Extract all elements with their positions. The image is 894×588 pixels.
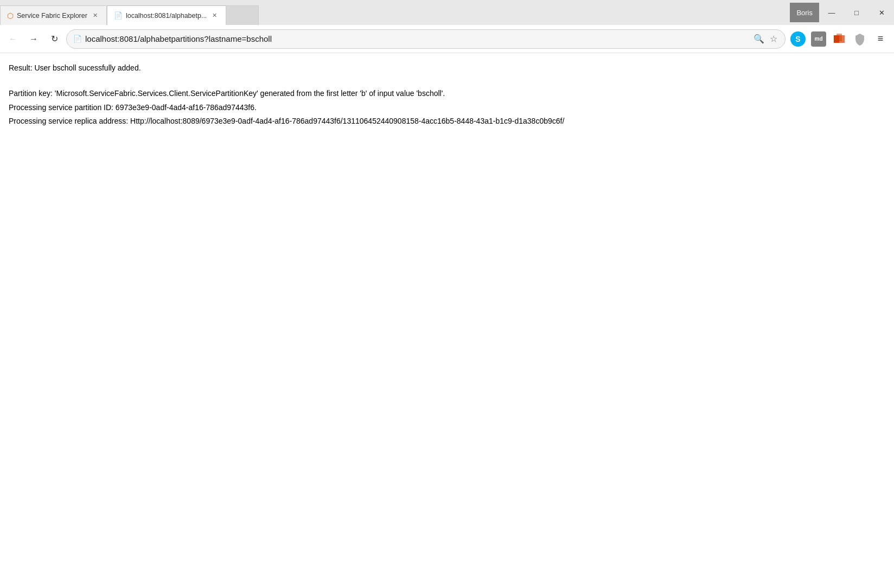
page-icon: 📄 (73, 35, 82, 43)
maximize-icon: □ (854, 9, 859, 17)
minimize-button[interactable]: — (819, 0, 844, 25)
forward-button[interactable]: → (25, 30, 42, 48)
info-lines: Partition key: 'Microsoft.ServiceFabric.… (9, 87, 885, 128)
menu-icon: ≡ (878, 33, 884, 44)
skype-icon: S (790, 31, 806, 47)
close-icon: ✕ (879, 9, 885, 17)
svg-rect-2 (836, 34, 842, 41)
tab-service-fabric[interactable]: ⬡ Service Fabric Explorer ✕ (0, 5, 107, 25)
toolbar-icons: S md ≡ (789, 30, 890, 48)
back-icon: ← (9, 34, 17, 44)
close-button[interactable]: ✕ (869, 0, 894, 25)
md-icon: md (811, 31, 826, 47)
minimize-icon: — (828, 9, 835, 17)
shield-button[interactable] (851, 30, 869, 48)
tab-localhost[interactable]: 📄 localhost:8081/alphabetp... ✕ (107, 5, 226, 25)
menu-button[interactable]: ≡ (871, 30, 890, 48)
address-bold: localhost:8081/alphabetpartitions?lastna… (85, 34, 272, 43)
skype-button[interactable]: S (789, 30, 807, 48)
back-button[interactable]: ← (4, 30, 22, 48)
refresh-button[interactable]: ↻ (46, 30, 63, 48)
address-text: localhost:8081/alphabetpartitions?lastna… (85, 34, 749, 43)
tab2-favicon-icon: 📄 (114, 11, 123, 20)
tab1-close-icon[interactable]: ✕ (91, 11, 100, 20)
forward-icon: → (29, 34, 38, 44)
tab1-favicon-icon: ⬡ (7, 11, 14, 20)
md-button[interactable]: md (809, 30, 828, 48)
page-content: Result: User bscholl sucessfully added. … (0, 53, 894, 588)
partition-key-line: Partition key: 'Microsoft.ServiceFabric.… (9, 87, 885, 100)
user-name: Boris (796, 9, 813, 17)
title-bar: ⬡ Service Fabric Explorer ✕ 📄 localhost:… (0, 0, 894, 25)
office-icon (832, 31, 847, 47)
address-search-icon[interactable]: 🔍 (752, 33, 765, 45)
address-bar[interactable]: 📄 localhost:8081/alphabetpartitions?last… (66, 29, 786, 49)
new-tab-area (226, 5, 259, 25)
refresh-icon: ↻ (51, 34, 58, 44)
replica-address-line: Processing service replica address: Http… (9, 114, 885, 128)
toolbar: ← → ↻ 📄 localhost:8081/alphabetpartition… (0, 25, 894, 53)
bookmark-icon[interactable]: ☆ (769, 33, 778, 45)
tab1-title: Service Fabric Explorer (17, 12, 87, 20)
office-button[interactable] (830, 30, 848, 48)
user-badge: Boris (790, 3, 819, 22)
result-line: Result: User bscholl sucessfully added. (9, 62, 885, 74)
tab-list: ⬡ Service Fabric Explorer ✕ 📄 localhost:… (0, 0, 894, 25)
shield-icon (853, 33, 866, 46)
tab2-title: localhost:8081/alphabetp... (126, 12, 207, 20)
tab2-close-icon[interactable]: ✕ (210, 11, 219, 20)
maximize-button[interactable]: □ (844, 0, 869, 25)
window-controls: Boris — □ ✕ (790, 0, 894, 25)
partition-id-line: Processing service partition ID: 6973e3e… (9, 101, 885, 114)
